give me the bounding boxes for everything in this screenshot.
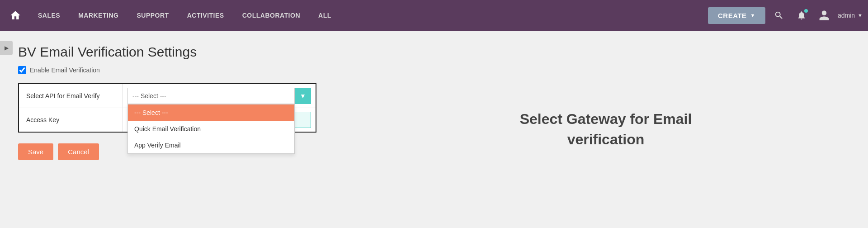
- enable-label: Enable Email Verification: [30, 66, 100, 74]
- main-content: BV Email Verification Settings Enable Em…: [0, 31, 868, 228]
- select-wrapper: --- Select --- ▼ --- Select --- Quick Em…: [127, 88, 311, 104]
- sidebar-toggle[interactable]: ▶: [0, 41, 13, 55]
- user-label: admin: [838, 12, 855, 19]
- user-arrow-icon: ▼: [858, 13, 863, 18]
- enable-row: Enable Email Verification: [18, 66, 335, 74]
- dropdown-item-select[interactable]: --- Select ---: [128, 104, 294, 121]
- select-arrow-button[interactable]: ▼: [295, 88, 311, 104]
- right-line1: Select Gateway for Email: [520, 111, 692, 127]
- page-title: BV Email Verification Settings: [18, 44, 335, 60]
- nav-right: CREATE ▼ admin ▼: [708, 6, 863, 24]
- cancel-button[interactable]: Cancel: [58, 143, 99, 160]
- notifications-button[interactable]: [793, 6, 811, 24]
- nav-marketing[interactable]: MARKETING: [69, 0, 127, 31]
- dropdown-menu: --- Select --- Quick Email Verification …: [127, 104, 295, 154]
- create-label: CREATE: [718, 12, 747, 19]
- navbar: SALES MARKETING SUPPORT ACTIVITIES COLLA…: [0, 0, 868, 31]
- save-button[interactable]: Save: [18, 143, 53, 160]
- home-button[interactable]: [5, 5, 25, 25]
- nav-sales[interactable]: SALES: [29, 0, 69, 31]
- user-menu[interactable]: admin ▼: [838, 12, 863, 19]
- left-panel: BV Email Verification Settings Enable Em…: [18, 44, 335, 214]
- notification-badge: [804, 9, 808, 13]
- select-display-text[interactable]: --- Select ---: [127, 88, 295, 104]
- api-field: --- Select --- ▼ --- Select --- Quick Em…: [123, 84, 316, 108]
- nav-all[interactable]: ALL: [309, 0, 340, 31]
- right-panel-text: Select Gateway for Email verification: [520, 109, 692, 150]
- user-avatar[interactable]: [815, 6, 833, 24]
- create-button[interactable]: CREATE ▼: [708, 7, 765, 24]
- right-line2: verification: [567, 131, 645, 147]
- nav-links: SALES MARKETING SUPPORT ACTIVITIES COLLA…: [29, 0, 708, 31]
- access-key-label: Access Key: [19, 108, 123, 132]
- enable-checkbox[interactable]: [18, 66, 26, 74]
- dropdown-item-quick[interactable]: Quick Email Verification: [128, 121, 294, 137]
- right-panel: Select Gateway for Email verification: [362, 44, 850, 214]
- api-label: Select API for Email Verify: [19, 84, 123, 108]
- nav-activities[interactable]: ACTIVITIES: [178, 0, 233, 31]
- form-box: Select API for Email Verify --- Select -…: [18, 83, 316, 133]
- nav-support[interactable]: SUPPORT: [127, 0, 178, 31]
- api-form-row: Select API for Email Verify --- Select -…: [19, 84, 316, 108]
- dropdown-item-app[interactable]: App Verify Email: [128, 137, 294, 153]
- nav-collaboration[interactable]: COLLABORATION: [233, 0, 309, 31]
- create-arrow-icon: ▼: [750, 13, 755, 18]
- search-button[interactable]: [770, 6, 788, 24]
- select-row: --- Select --- ▼: [127, 88, 311, 104]
